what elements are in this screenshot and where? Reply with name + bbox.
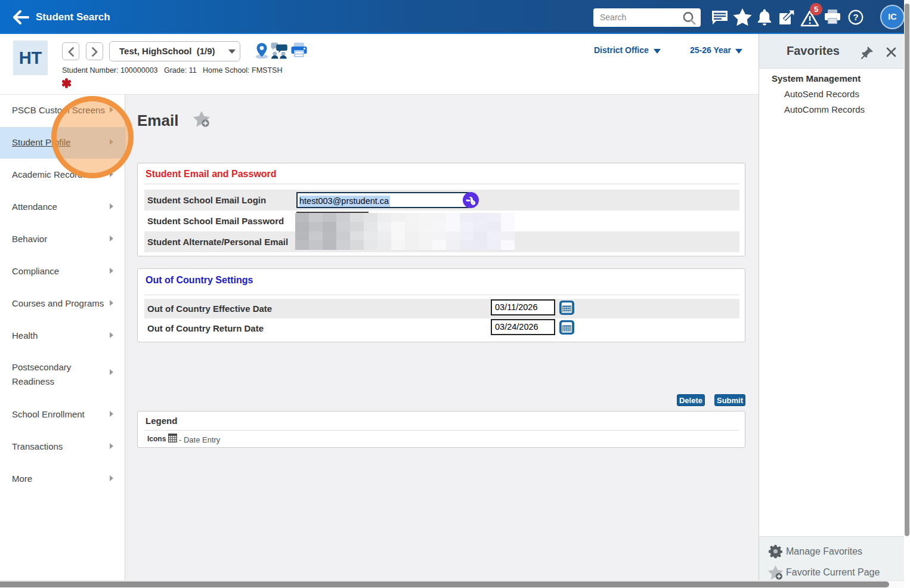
svg-text:?: ?	[853, 12, 858, 22]
